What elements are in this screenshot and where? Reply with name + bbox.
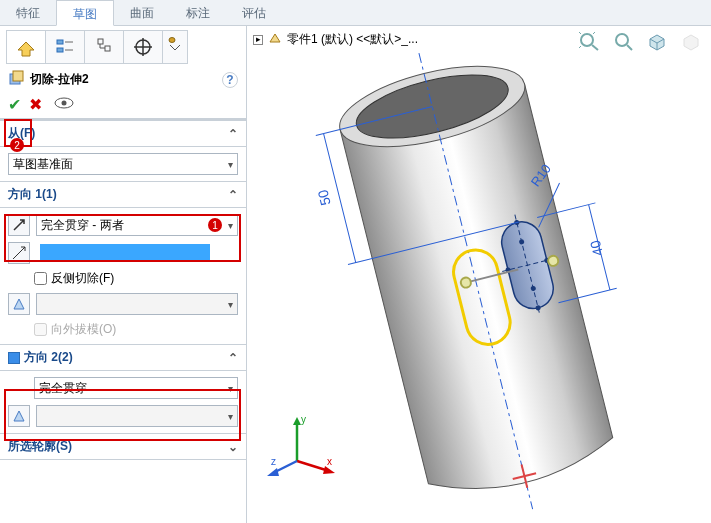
dropdown-arrow-icon: ▾ — [228, 220, 233, 231]
dir2-end-condition-dropdown[interactable]: 完全贯穿 ▾ — [34, 377, 238, 399]
tab-sketch[interactable]: 草图 — [56, 0, 114, 26]
svg-text:z: z — [271, 456, 276, 467]
preview-icon[interactable] — [54, 97, 74, 112]
section-from-header[interactable]: 从(F) ⌃ — [0, 121, 246, 147]
command-manager-tabs: 特征 草图 曲面 标注 评估 — [0, 0, 711, 26]
dir2-draft-field: ▾ — [36, 405, 238, 427]
flip-side-checkbox[interactable] — [34, 272, 47, 285]
panel-tab-feature-tree-icon[interactable] — [6, 30, 46, 64]
chevron-up-icon: ⌃ — [228, 351, 238, 365]
dir1-end-condition-dropdown[interactable]: 完全贯穿 - 两者 1 ▾ — [36, 214, 238, 236]
dir2-end-value: 完全贯穿 — [39, 380, 87, 397]
section-dir1: 方向 1(1) ⌃ 完全贯穿 - 两者 1 ▾ — [0, 181, 246, 344]
draft-angle-field: ▾ — [36, 293, 238, 315]
draft-outward-label: 向外拔模(O) — [51, 321, 116, 338]
ok-icon[interactable]: ✔ — [8, 95, 21, 114]
dropdown-arrow-icon: ▾ — [228, 383, 233, 394]
svg-text:x: x — [327, 456, 332, 467]
tab-feature[interactable]: 特征 — [0, 0, 56, 25]
flip-side-label: 反侧切除(F) — [51, 270, 114, 287]
svg-text:y: y — [301, 414, 306, 425]
callout-badge-2: 2 — [10, 138, 24, 152]
svg-marker-44 — [267, 468, 279, 476]
reverse-direction-icon[interactable] — [8, 214, 30, 236]
section-from: 从(F) ⌃ 草图基准面 ▾ — [0, 120, 246, 181]
tab-annotate[interactable]: 标注 — [170, 0, 226, 25]
cut-extrude-icon — [8, 70, 24, 89]
dropdown-arrow-icon: ▾ — [228, 299, 233, 310]
dir2-enable-icon[interactable] — [8, 352, 20, 364]
cancel-icon[interactable]: ✖ — [29, 95, 42, 114]
section-dir2-label: 方向 2(2) — [24, 349, 73, 366]
section-contours-label: 所选轮廓(S) — [8, 438, 72, 455]
section-contours-header[interactable]: 所选轮廓(S) ⌄ — [0, 434, 246, 460]
svg-rect-1 — [57, 48, 63, 52]
property-panel: 切除-拉伸2 ? ✔ ✖ 从(F) ⌃ 草图基准面 ▾ — [0, 26, 247, 523]
callout-badge-1: 1 — [208, 218, 222, 232]
chevron-up-icon: ⌃ — [228, 188, 238, 202]
help-icon[interactable]: ? — [222, 72, 238, 88]
dropdown-arrow-icon: ▾ — [228, 411, 233, 422]
panel-tab-property-icon[interactable] — [45, 30, 85, 64]
confirm-row: ✔ ✖ — [0, 93, 246, 120]
dropdown-arrow-icon: ▾ — [228, 159, 233, 170]
svg-rect-11 — [13, 71, 23, 81]
svg-rect-0 — [57, 40, 63, 44]
chevron-down-icon: ⌄ — [228, 440, 238, 454]
direction-ref-field[interactable] — [40, 244, 210, 262]
dir2-draft-icon[interactable] — [8, 405, 30, 427]
dir1-end-value: 完全贯穿 - 两者 — [41, 217, 124, 234]
svg-marker-40 — [293, 417, 301, 425]
svg-rect-4 — [98, 39, 103, 44]
panel-tab-dimxpert-icon[interactable] — [123, 30, 163, 64]
direction-ref-icon[interactable] — [8, 242, 30, 264]
svg-point-9 — [169, 38, 175, 43]
section-contours: 所选轮廓(S) ⌄ — [0, 433, 246, 460]
section-dir2-header[interactable]: 方向 2(2) ⌃ — [0, 345, 246, 371]
feature-title-row: 切除-拉伸2 ? — [0, 66, 246, 93]
from-dropdown[interactable]: 草图基准面 ▾ — [8, 153, 238, 175]
svg-marker-42 — [323, 466, 335, 474]
panel-tab-overflow-icon[interactable] — [162, 30, 188, 64]
graphics-viewport[interactable]: ▸ 零件1 (默认) <<默认>_... — [247, 26, 711, 523]
chevron-up-icon: ⌃ — [228, 127, 238, 141]
section-dir1-label: 方向 1(1) — [8, 186, 57, 203]
feature-name: 切除-拉伸2 — [30, 71, 89, 88]
view-triad[interactable]: y x z — [267, 413, 337, 483]
svg-rect-5 — [105, 46, 110, 51]
svg-point-13 — [62, 101, 67, 106]
svg-text:40: 40 — [587, 239, 606, 258]
section-dir1-header[interactable]: 方向 1(1) ⌃ — [0, 182, 246, 208]
panel-tab-config-icon[interactable] — [84, 30, 124, 64]
panel-tab-toolbar — [0, 26, 246, 66]
draft-outward-checkbox — [34, 323, 47, 336]
tab-surface[interactable]: 曲面 — [114, 0, 170, 25]
from-value: 草图基准面 — [13, 156, 73, 173]
tab-evaluate[interactable]: 评估 — [226, 0, 282, 25]
section-dir2: 方向 2(2) ⌃ 完全贯穿 ▾ ▾ — [0, 344, 246, 433]
draft-icon[interactable] — [8, 293, 30, 315]
svg-text:50: 50 — [314, 188, 333, 207]
